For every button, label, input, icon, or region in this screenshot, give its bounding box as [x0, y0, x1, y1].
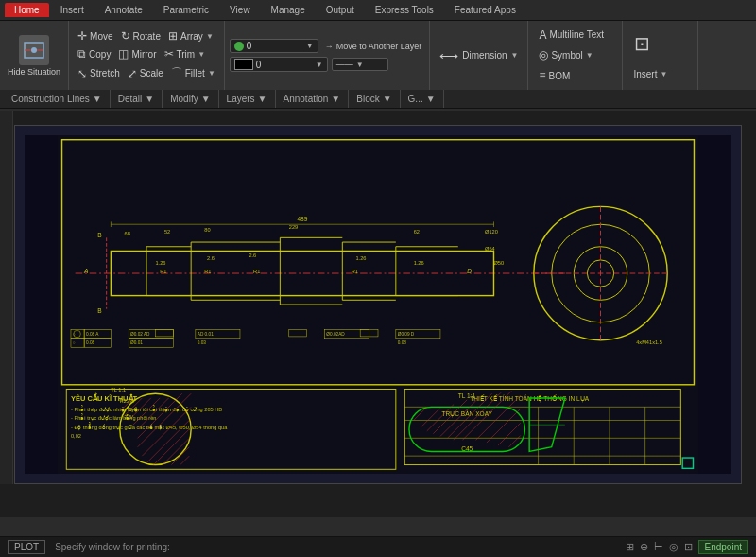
section-g[interactable]: G... ▼ [401, 90, 444, 108]
svg-text:1.26: 1.26 [155, 260, 165, 266]
trim-icon: ✂ [164, 47, 174, 61]
svg-text:TL 1:1: TL 1:1 [458, 392, 476, 399]
array-icon: ⊞ [168, 29, 178, 43]
multiline-text-button[interactable]: A Multiline Text [536, 27, 614, 43]
rotate-button[interactable]: ↻ Rotate [118, 28, 163, 44]
dimension-icon: ⟷ [439, 48, 458, 63]
bom-button[interactable]: ≡ BOM [536, 68, 614, 83]
svg-text:- Phải trục được làm bằng phôi: - Phải trục được làm bằng phôi rèn [71, 413, 157, 422]
osnap-icon[interactable]: ⊡ [684, 541, 693, 553]
color-dropdown-arrow: ▼ [316, 61, 323, 69]
tab-manage[interactable]: Manage [262, 3, 315, 17]
array-dropdown-icon: ▼ [206, 32, 214, 41]
svg-text:2.6: 2.6 [249, 252, 256, 258]
svg-text:52: 52 [164, 229, 170, 235]
dimension-button[interactable]: ⟷ Dimension ▼ [436, 46, 522, 65]
plot-label: PLOT [14, 542, 39, 552]
fillet-button[interactable]: ⌒ Fillet ▼ [168, 64, 218, 82]
move-copy-row: ✛ Move ↻ Rotate ⊞ Array ▼ [75, 28, 218, 44]
plot-button[interactable]: PLOT [8, 540, 45, 554]
construction-chevron: ▼ [93, 94, 102, 104]
section-modify[interactable]: Modify ▼ [163, 90, 218, 108]
construction-label: Construction Lines [11, 94, 90, 104]
layer-name-text: 0 [247, 41, 303, 51]
array-button[interactable]: ⊞ Array ▼ [165, 28, 216, 44]
copy-label: Copy [89, 49, 111, 60]
layer-controls-row: 0 ▼ → Move to Another Layer [230, 39, 424, 53]
tab-home[interactable]: Home [5, 3, 49, 17]
color-dropdown[interactable]: 0 ▼ [230, 57, 328, 72]
symbol-icon: ◎ [539, 48, 548, 61]
insert-button[interactable]: ⊡ [630, 30, 690, 57]
section-construction[interactable]: Construction Lines ▼ [4, 90, 111, 108]
svg-rect-3 [58, 135, 698, 474]
linetype-dropdown-arrow: ▼ [356, 61, 364, 69]
tab-view[interactable]: View [220, 3, 260, 17]
color-value-text: 0 [256, 60, 313, 70]
status-left-area: PLOT Specify window for printing: [8, 540, 170, 554]
svg-text:A: A [83, 268, 89, 274]
mirror-button[interactable]: ◫ Mirror [115, 46, 159, 61]
svg-rect-130 [360, 329, 378, 337]
linetype-dropdown[interactable]: —— ▼ [332, 58, 388, 71]
annotation-chevron: ▼ [331, 94, 340, 104]
section-detail[interactable]: Detail ▼ [111, 90, 163, 108]
scale-label: Scale [140, 68, 163, 78]
svg-text:2.6: 2.6 [207, 255, 215, 261]
layer-dropdown[interactable]: 0 ▼ [230, 39, 318, 53]
drawing-canvas[interactable]: THIẾT KẾ TÍNH TOÁN HỆ THỐNG IN LỤA TRỤC … [14, 125, 742, 484]
toolbar-area: Hide Situation ✛ Move ↻ Rotate ⊞ Array ▼ [0, 21, 756, 111]
svg-text:Ø0.09 D: Ø0.09 D [398, 332, 415, 337]
svg-text:489: 489 [297, 216, 307, 222]
symbol-button[interactable]: ◎ Symbol ▼ [536, 47, 614, 62]
tab-output[interactable]: Output [317, 3, 364, 17]
svg-text:○: ○ [73, 340, 76, 345]
layer-dropdown-arrow: ▼ [306, 42, 314, 50]
svg-text:62: 62 [414, 229, 420, 235]
hide-situation-button[interactable]: Hide Situation [0, 21, 69, 90]
layer-color-indicator [234, 42, 244, 51]
grid-icon[interactable]: ⊞ [626, 541, 634, 553]
mirror-icon: ◫ [118, 47, 129, 61]
section-annotation[interactable]: Annotation ▼ [276, 90, 350, 108]
technical-drawing-svg: THIẾT KẾ TÍNH TOÁN HỆ THỐNG IN LỤA TRỤC … [25, 135, 731, 474]
svg-text:80: 80 [204, 227, 210, 233]
trim-button[interactable]: ✂ Trim ▼ [162, 46, 209, 61]
snap-icon[interactable]: ⊕ [640, 541, 648, 553]
stretch-button[interactable]: ⤡ Stretch [75, 66, 123, 81]
svg-text:Ø0.02AD: Ø0.02AD [326, 332, 345, 337]
svg-text:R1: R1 [160, 269, 166, 274]
mirror-label: Mirror [131, 49, 156, 60]
status-right-area: ⊞ ⊕ ⊢ ◎ ⊡ Endpoint [626, 540, 748, 554]
hide-situation-label: Hide Situation [8, 67, 60, 77]
section-layers[interactable]: Layers ▼ [219, 90, 276, 108]
svg-text:229: 229 [289, 224, 298, 230]
svg-text:B-B: B-B [129, 407, 138, 412]
svg-text:R1: R1 [253, 269, 260, 274]
svg-text:4xM41x1.5: 4xM41x1.5 [636, 339, 662, 345]
svg-text:AD 0.01: AD 0.01 [198, 332, 214, 337]
copy-button[interactable]: ⧉ Copy [75, 46, 113, 61]
ortho-icon[interactable]: ⊢ [654, 541, 663, 553]
tab-annotate[interactable]: Annotate [95, 3, 152, 17]
symbol-label: Symbol [551, 50, 582, 61]
svg-text:0,02: 0,02 [71, 433, 81, 439]
block-group: ⊡ Insert ▼ [623, 21, 698, 90]
tab-parametric[interactable]: Parametric [154, 3, 218, 17]
tab-featured[interactable]: Featured Apps [445, 3, 525, 17]
tab-insert[interactable]: Insert [51, 3, 94, 17]
insert-label-row[interactable]: Insert ▼ [630, 68, 690, 80]
section-block[interactable]: Block ▼ [349, 90, 400, 108]
tab-express[interactable]: Express Tools [366, 3, 443, 17]
scale-button[interactable]: ⤢ Scale [125, 66, 166, 81]
move-button[interactable]: ✛ Move [75, 28, 115, 44]
insert-icon: ⊡ [634, 32, 650, 55]
polar-icon[interactable]: ◎ [669, 541, 679, 553]
svg-text:R22.5: R22.5 [120, 398, 134, 404]
copy-mirror-row: ⧉ Copy ◫ Mirror ✂ Trim ▼ [75, 46, 218, 61]
block-label: Block [356, 94, 379, 104]
stretch-icon: ⤡ [77, 67, 87, 80]
insert-text-label: Insert [633, 69, 657, 79]
move-another-layer-button[interactable]: → Move to Another Layer [322, 41, 425, 52]
svg-text:- Phải thép được nhiệt luyện t: - Phải thép được nhiệt luyện tôi cải thi… [71, 405, 222, 413]
